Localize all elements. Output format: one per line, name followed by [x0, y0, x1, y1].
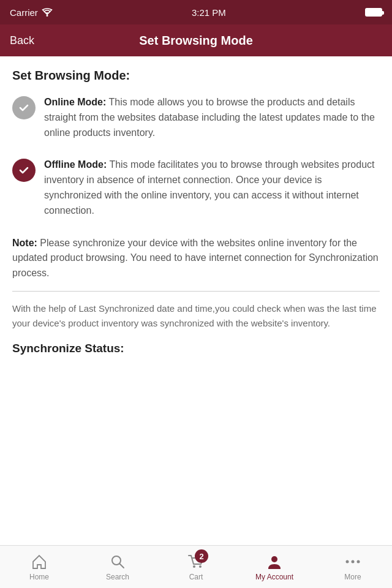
tab-search[interactable]: Search: [78, 546, 157, 588]
back-button[interactable]: Back: [10, 34, 34, 47]
status-bar: Carrier 3:21 PM: [0, 0, 392, 24]
tab-home[interactable]: Home: [0, 546, 78, 588]
svg-point-7: [352, 560, 355, 563]
divider: [12, 291, 380, 292]
sync-info-text: With the help of Last Synchronized date …: [12, 301, 380, 331]
check-icon-offline: [18, 164, 30, 176]
cart-label: Cart: [189, 573, 203, 581]
offline-mode-label: Offline Mode:: [44, 159, 107, 170]
tab-myaccount[interactable]: My Account: [235, 546, 314, 588]
svg-point-6: [346, 560, 349, 563]
time-label: 3:21 PM: [192, 7, 226, 18]
more-label: More: [344, 573, 361, 581]
note-section: Note: Please synchronize your device wit…: [12, 236, 380, 281]
carrier-label: Carrier: [10, 7, 38, 18]
tab-more[interactable]: More: [314, 546, 392, 588]
note-text: Please synchronize your device with the …: [12, 238, 379, 279]
cart-badge: 2: [195, 549, 208, 563]
note-label: Note:: [12, 238, 37, 248]
nav-bar: Back Set Browsing Mode: [0, 24, 392, 56]
wifi-icon: [42, 8, 53, 17]
check-icon-online: [18, 102, 30, 114]
svg-point-4: [199, 565, 202, 568]
home-label: Home: [29, 573, 49, 581]
battery-icon: [365, 8, 382, 17]
carrier-wifi: Carrier: [10, 7, 53, 18]
nav-title: Set Browsing Mode: [74, 34, 318, 48]
online-mode-label: Online Mode:: [44, 97, 106, 107]
online-mode-item[interactable]: Online Mode: This mode allows you to bro…: [12, 95, 380, 140]
sync-status-title: Synchronize Status:: [12, 342, 380, 355]
content-area: Set Browsing Mode: Online Mode: This mod…: [0, 56, 392, 545]
search-icon: [109, 553, 126, 570]
svg-line-2: [120, 564, 124, 568]
home-icon: [31, 553, 48, 570]
section-title: Set Browsing Mode:: [12, 69, 380, 83]
tab-cart[interactable]: 2 Cart: [157, 546, 235, 588]
svg-point-3: [193, 565, 195, 568]
person-icon: [266, 553, 283, 570]
offline-mode-text: Offline Mode: This mode facilitates you …: [44, 157, 380, 218]
svg-point-5: [271, 556, 277, 562]
online-mode-check[interactable]: [12, 96, 36, 119]
svg-point-8: [357, 560, 360, 563]
more-icon: [344, 553, 361, 570]
tab-bar: Home Search 2 Cart My Account More: [0, 545, 392, 588]
svg-point-0: [46, 15, 48, 17]
offline-mode-item[interactable]: Offline Mode: This mode facilitates you …: [12, 157, 380, 218]
myaccount-label: My Account: [255, 573, 293, 581]
online-mode-text: Online Mode: This mode allows you to bro…: [44, 95, 380, 140]
search-label: Search: [106, 573, 129, 581]
offline-mode-check[interactable]: [12, 159, 36, 182]
